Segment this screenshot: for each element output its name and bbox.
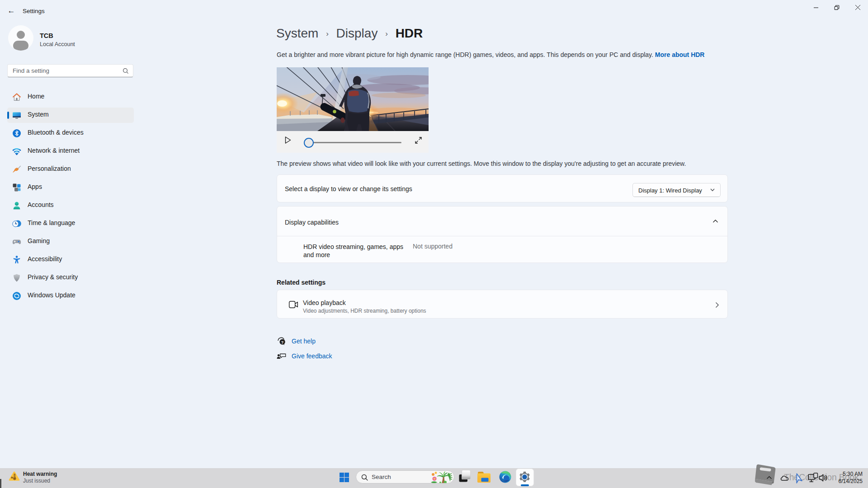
svg-text:?: ?: [281, 340, 284, 345]
